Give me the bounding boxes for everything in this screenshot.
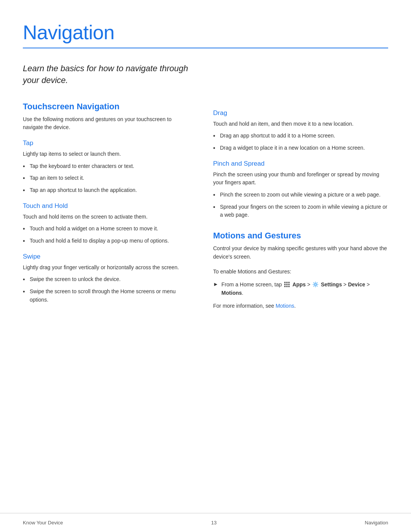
- pinch-heading: Pinch and Spread: [213, 160, 388, 168]
- motions-link[interactable]: Motions: [276, 303, 294, 309]
- motions-arrow-icon: ►: [213, 281, 218, 287]
- motions-enable-label: To enable Motions and Gestures:: [213, 268, 388, 276]
- drag-heading: Drag: [213, 109, 388, 117]
- motions-more-info: For more information, see Motions.: [213, 302, 388, 310]
- swipe-bullet-1: Swipe the screen to unlock the device.: [23, 275, 190, 284]
- main-content: Touchscreen Navigation Use the following…: [23, 102, 388, 310]
- svg-rect-8: [288, 286, 290, 288]
- motions-step-text: From a Home screen, tap: [221, 281, 388, 297]
- settings-label: Settings: [321, 281, 342, 288]
- apps-icon: [284, 281, 290, 288]
- tap-bullet-2: Tap an item to select it.: [23, 174, 190, 182]
- tap-bullet-3: Tap an app shortcut to launch the applic…: [23, 186, 190, 195]
- swipe-bullet-2: Swipe the screen to scroll through the H…: [23, 288, 190, 304]
- touch-hold-intro: Touch and hold items on the screen to ac…: [23, 213, 190, 221]
- pinch-intro: Pinch the screen using your thumb and fo…: [213, 171, 388, 187]
- drag-bullet-1: Drag an app shortcut to add it to a Home…: [213, 132, 388, 140]
- left-column: Touchscreen Navigation Use the following…: [23, 102, 190, 310]
- svg-rect-4: [287, 284, 288, 286]
- motions-step: ► From a Home screen, tap: [213, 281, 388, 297]
- touch-hold-bullets: Touch and hold a widget on a Home screen…: [23, 225, 190, 245]
- footer-page-number: 13: [211, 520, 217, 526]
- svg-rect-5: [288, 284, 290, 286]
- tap-heading: Tap: [23, 139, 190, 147]
- touch-hold-heading: Touch and Hold: [23, 202, 190, 210]
- footer-right: Navigation: [365, 520, 388, 526]
- swipe-heading: Swipe: [23, 253, 190, 260]
- settings-icon: [312, 281, 319, 288]
- touch-hold-bullet-1: Touch and hold a widget on a Home screen…: [23, 225, 190, 233]
- device-label: Device: [348, 281, 365, 288]
- motions-label: Motions: [221, 290, 242, 296]
- tap-bullets: Tap the keyboard to enter characters or …: [23, 162, 190, 195]
- swipe-bullets: Swipe the screen to unlock the device. S…: [23, 275, 190, 304]
- page-title: Navigation: [23, 21, 388, 44]
- svg-rect-2: [288, 282, 290, 283]
- pinch-bullet-2: Spread your fingers on the screen to zoo…: [213, 203, 388, 219]
- pinch-bullet-1: Pinch the screen to zoom out while viewi…: [213, 191, 388, 199]
- swipe-intro: Lightly drag your finger vertically or h…: [23, 264, 190, 272]
- svg-rect-7: [287, 286, 288, 288]
- motions-more-end: .: [294, 303, 296, 309]
- tap-bullet-1: Tap the keyboard to enter characters or …: [23, 162, 190, 171]
- svg-rect-1: [287, 282, 288, 283]
- touchscreen-nav-intro: Use the following motions and gestures o…: [23, 115, 190, 132]
- svg-rect-6: [284, 286, 286, 288]
- title-divider: [23, 48, 388, 48]
- svg-rect-0: [284, 282, 286, 283]
- tap-intro: Lightly tap items to select or launch th…: [23, 150, 190, 158]
- drag-bullet-2: Drag a widget to place it in a new locat…: [213, 144, 388, 152]
- pinch-bullets: Pinch the screen to zoom out while viewi…: [213, 191, 388, 219]
- drag-intro: Touch and hold an item, and then move it…: [213, 120, 388, 128]
- motions-heading: Motions and Gestures: [213, 231, 388, 241]
- apps-label: Apps: [292, 281, 306, 288]
- touch-hold-bullet-2: Touch and hold a field to display a pop-…: [23, 237, 190, 245]
- motions-more-text: For more information, see: [213, 303, 276, 309]
- drag-bullets: Drag an app shortcut to add it to a Home…: [213, 132, 388, 152]
- motions-intro: Control your device by making specific g…: [213, 244, 388, 261]
- page-footer: Know Your Device 13 Navigation: [0, 513, 411, 532]
- touchscreen-nav-heading: Touchscreen Navigation: [23, 102, 190, 112]
- svg-rect-3: [284, 284, 286, 286]
- svg-point-9: [315, 284, 317, 286]
- footer-left: Know Your Device: [23, 520, 63, 526]
- intro-text: Learn the basics for how to navigate thr…: [23, 63, 198, 86]
- right-column: Drag Touch and hold an item, and then mo…: [213, 102, 388, 310]
